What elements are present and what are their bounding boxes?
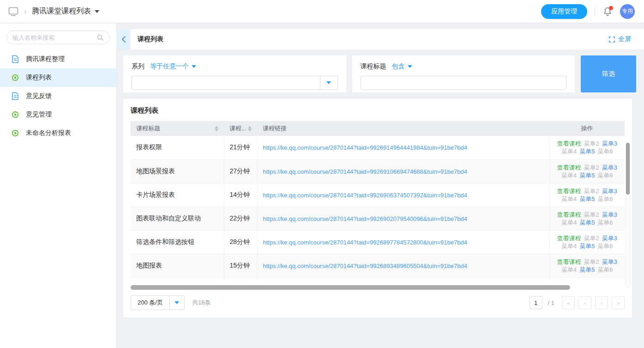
- current-page-input[interactable]: [530, 296, 542, 309]
- menu-action-link[interactable]: 菜单6: [597, 172, 613, 179]
- horizontal-scrollbar: [131, 285, 625, 290]
- menu-action-link[interactable]: 菜单6: [597, 148, 613, 155]
- view-course-link[interactable]: 查看课程: [557, 258, 581, 265]
- filter-course-title-operator[interactable]: 包含: [392, 62, 412, 71]
- sidebar: 腾讯课程整理 课程列表 意见反馈: [0, 24, 117, 348]
- menu-action-link[interactable]: 菜单4: [561, 243, 577, 250]
- menu-action-link[interactable]: 菜单4: [561, 148, 577, 155]
- menu-action-link[interactable]: 菜单2: [584, 188, 599, 195]
- menu-action-link[interactable]: 菜单2: [584, 258, 599, 265]
- sidebar-item-unnamed-report[interactable]: 未命名分析报表: [0, 124, 116, 142]
- avatar[interactable]: 专用: [620, 4, 635, 19]
- menu-action-link[interactable]: 菜单6: [597, 219, 613, 226]
- sidebar-item-tencent-course-organize[interactable]: 腾讯课程整理: [0, 50, 116, 68]
- back-button[interactable]: [117, 29, 130, 49]
- cell-actions: 查看课程菜单2菜单3菜单4菜单5菜单6: [549, 136, 625, 159]
- filter-series-select[interactable]: [132, 76, 338, 90]
- fullscreen-button[interactable]: 全屏: [608, 35, 631, 43]
- filter-series-operator[interactable]: 等于任意一个: [150, 62, 196, 71]
- view-course-link[interactable]: 查看课程: [557, 235, 581, 242]
- menu-action-link[interactable]: 菜单5: [579, 195, 595, 202]
- course-link[interactable]: https://ke.qq.com/course/2870144?taid=99…: [263, 168, 467, 175]
- menu-action-link[interactable]: 菜单2: [584, 235, 599, 242]
- menu-action-link[interactable]: 菜单3: [602, 235, 617, 242]
- cell-course-link: https://ke.qq.com/course/2870144?taid=99…: [257, 207, 549, 230]
- filter-card-course-title: 课程标题 包含: [352, 55, 575, 92]
- course-link[interactable]: https://ke.qq.com/course/2870144?taid=99…: [263, 192, 467, 199]
- menu-action-link[interactable]: 菜单4: [561, 172, 577, 179]
- prev-page-button[interactable]: ‹: [578, 296, 591, 309]
- menu-action-link[interactable]: 菜单5: [579, 219, 595, 226]
- cell-course-duration: 22分钟: [224, 207, 257, 230]
- sidebar-search[interactable]: [6, 31, 110, 44]
- search-input[interactable]: [12, 34, 96, 41]
- app-logo-monitor-icon[interactable]: [8, 7, 18, 16]
- menu-action-link[interactable]: 菜单6: [597, 266, 613, 273]
- menu-action-link[interactable]: 菜单3: [602, 211, 617, 218]
- cell-course-title: 筛选条件和筛选按钮: [131, 230, 224, 254]
- topbar: › 腾讯课堂课程列表 应用管理 专用: [0, 0, 644, 23]
- table-row: 地图场景报表27分钟https://ke.qq.com/course/28701…: [131, 159, 625, 183]
- filter-series-label: 系列: [132, 62, 144, 71]
- menu-action-link[interactable]: 菜单5: [579, 243, 595, 250]
- page-size-select[interactable]: 200 条/页: [131, 295, 185, 310]
- cell-actions: 查看课程菜单2菜单3菜单4菜单5菜单6: [549, 183, 625, 207]
- menu-action-link[interactable]: 菜单4: [561, 219, 577, 226]
- menu-action-link[interactable]: 菜单4: [561, 266, 577, 273]
- menu-action-link[interactable]: 菜单3: [602, 188, 617, 195]
- cell-course-title: 报表权限: [131, 136, 224, 159]
- breadcrumb-title-text: 腾讯课堂课程列表: [32, 6, 91, 16]
- cell-actions: 查看课程菜单2菜单3菜单4菜单5菜单6: [549, 230, 625, 254]
- view-course-link[interactable]: 查看课程: [557, 164, 581, 171]
- course-link[interactable]: https://ke.qq.com/course/2870144?taid=99…: [263, 144, 467, 151]
- cell-course-link: https://ke.qq.com/course/2870144?taid=99…: [257, 254, 549, 277]
- search-icon[interactable]: [96, 34, 104, 41]
- view-course-link[interactable]: 查看课程: [557, 211, 581, 218]
- column-header-course-duration[interactable]: 课程...: [224, 121, 257, 136]
- sidebar-item-feedback-manage[interactable]: 意见管理: [0, 105, 116, 124]
- cell-course-link: https://ke.qq.com/course/2870144?taid=99…: [257, 159, 549, 183]
- page-size-caret-button[interactable]: [169, 296, 184, 310]
- menu-action-link[interactable]: 菜单6: [597, 243, 613, 250]
- menu-action-link[interactable]: 菜单3: [602, 258, 617, 265]
- menu-action-link[interactable]: 菜单6: [597, 195, 613, 202]
- last-page-button[interactable]: »: [612, 296, 625, 309]
- filter-submit-button[interactable]: 筛选: [581, 55, 636, 92]
- view-course-link[interactable]: 查看课程: [557, 188, 581, 195]
- horizontal-scrollbar-thumb[interactable]: [131, 285, 570, 290]
- filter-course-title-input[interactable]: [361, 76, 567, 90]
- view-course-link[interactable]: 查看课程: [557, 140, 581, 147]
- menu-action-link[interactable]: 菜单5: [579, 148, 595, 155]
- table-viewport: 课程标题 课程... 课程链接: [131, 121, 625, 282]
- vertical-scrollbar-thumb[interactable]: [626, 143, 630, 195]
- notification-bell-icon[interactable]: [602, 6, 613, 17]
- course-link[interactable]: https://ke.qq.com/course/2870144?taid=99…: [263, 215, 467, 222]
- sort-icon[interactable]: [215, 126, 218, 131]
- menu-action-link[interactable]: 菜单4: [561, 195, 577, 202]
- sidebar-item-label: 未命名分析报表: [26, 129, 71, 137]
- first-page-button[interactable]: «: [562, 296, 575, 309]
- cell-actions: 查看课程菜单2菜单3菜单4菜单5菜单6: [549, 207, 625, 230]
- sort-icon[interactable]: [248, 126, 252, 131]
- document-icon: [12, 92, 19, 100]
- menu-action-link[interactable]: 菜单3: [602, 164, 617, 171]
- menu-action-link[interactable]: 菜单2: [584, 164, 599, 171]
- table-body: 报表权限21分钟https://ke.qq.com/course/2870144…: [131, 136, 625, 282]
- cell-course-link: https://ke.qq.com/course/2870144?taid=99…: [257, 230, 549, 254]
- course-link[interactable]: https://ke.qq.com/course/2870144?taid=99…: [263, 263, 467, 269]
- next-page-button[interactable]: ›: [595, 296, 608, 309]
- sidebar-item-course-list[interactable]: 课程列表: [0, 68, 116, 87]
- menu-action-link[interactable]: 菜单2: [584, 211, 599, 218]
- column-header-course-title[interactable]: 课程标题: [131, 121, 224, 136]
- menu-action-link[interactable]: 菜单5: [579, 266, 595, 273]
- menu-action-link[interactable]: 菜单5: [579, 172, 595, 179]
- app-manage-button[interactable]: 应用管理: [541, 4, 587, 19]
- table-title: 课程列表: [131, 106, 625, 115]
- menu-action-link[interactable]: 菜单3: [602, 140, 617, 147]
- menu-action-link[interactable]: 菜单2: [584, 140, 599, 147]
- breadcrumb-title[interactable]: 腾讯课堂课程列表: [32, 6, 99, 16]
- course-link[interactable]: https://ke.qq.com/course/2870144?taid=99…: [263, 239, 467, 246]
- chevron-down-icon: [192, 65, 196, 68]
- sidebar-item-feedback[interactable]: 意见反馈: [0, 87, 116, 105]
- select-caret-button[interactable]: [320, 76, 337, 89]
